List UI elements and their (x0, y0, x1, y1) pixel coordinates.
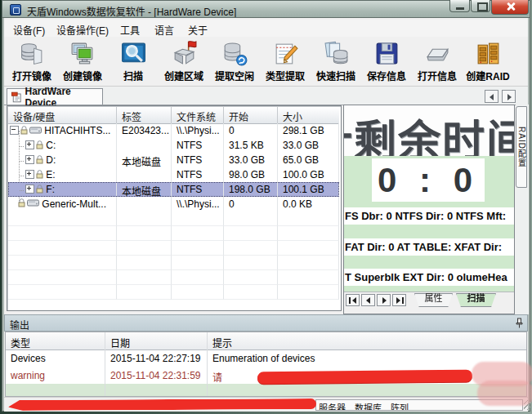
toolbar-extract-free[interactable]: 提取空闲 (209, 37, 260, 86)
toolbar: 打开镜像 创建镜像 扫描 (4, 37, 528, 87)
tab-scan[interactable]: 扫描 (456, 293, 496, 307)
device-row-generic[interactable]: Generic-Mult... \\.\Physi... 0 0.0 KB (8, 197, 339, 211)
empty-row (8, 226, 339, 241)
open-image-icon (19, 40, 46, 67)
create-raid-icon (475, 40, 502, 67)
output-row-devices[interactable]: Devices 2015-11-04 22:27:19 Enumeration … (6, 349, 526, 367)
scan-panel: 计剩余时间 0 : 0 FS Dbr: 0 NTFS Dir: 0 NTFS M… (343, 105, 515, 314)
col-device[interactable]: 设备/硬盘 (8, 107, 117, 123)
toolbar-scan[interactable]: 扫描 (108, 37, 159, 86)
tab-hardware-device[interactable]: HardWare Device (7, 88, 103, 105)
minimize-button[interactable] (449, 0, 470, 12)
remaining-time-title: 计剩余时间 (344, 107, 514, 156)
empty-row (8, 256, 339, 270)
empty-row (8, 241, 339, 256)
menu-device-op[interactable]: 设备操作(E) (53, 22, 112, 38)
scan-icon (120, 40, 147, 67)
menu-tools[interactable]: 工具 (117, 22, 143, 38)
desktop: 天盾Windows数据恢复软件 - [HardWare Device] 设备(F… (0, 0, 532, 414)
col-start[interactable]: 开始 (224, 107, 278, 123)
output-row-empty (6, 384, 526, 396)
col-size[interactable]: 大小 (278, 107, 339, 123)
refresh-icon (525, 40, 529, 67)
tab-scroll-right-button[interactable] (502, 90, 516, 103)
toolbar-quick-scan[interactable]: 快速扫描 (311, 37, 361, 86)
device-row-e[interactable]: E: NTFS 98.0 GB 100.0 GB (8, 167, 339, 182)
device-row-f-selected[interactable]: F: 本地磁盘 NTFS 198.0 GB 100.1 GB (8, 182, 339, 197)
output-title: 输出 (10, 318, 29, 332)
scan-stat-fat: FAT Dir: 0 AT TABLE: XFAT Dir: (344, 238, 514, 256)
disk-icon (27, 199, 39, 207)
menu-about[interactable]: 关于 (185, 22, 211, 38)
maximize-icon (477, 2, 488, 11)
remaining-time-banner: 计剩余时间 (344, 105, 514, 156)
expand-icon[interactable] (25, 170, 34, 179)
lock-icon (18, 198, 25, 207)
col-message[interactable]: 提示 (208, 332, 526, 349)
close-icon (506, 2, 516, 11)
redaction-pink-blob (477, 381, 532, 406)
device-row-d[interactable]: D: 本地磁盘 NTFS 33.0 GB 65.0 GB (8, 153, 339, 167)
pin-icon[interactable] (515, 318, 524, 329)
menu-bar: 设备(F) 设备操作(E) 工具 语言 关于 (4, 20, 528, 38)
scan-stat-ntfs: FS Dbr: 0 NTFS Dir: 0 NTFS Mft: (344, 207, 514, 225)
lock-icon (36, 185, 43, 194)
lock-icon (36, 170, 43, 179)
document-icon (11, 91, 22, 103)
empty-row (8, 211, 339, 226)
nav-last-button[interactable] (392, 294, 406, 306)
minimize-icon (456, 7, 464, 10)
col-label[interactable]: 标签 (117, 107, 172, 123)
raid-side-strip: RAID配置 (516, 105, 529, 314)
menu-language[interactable]: 语言 (151, 22, 177, 38)
col-filesystem[interactable]: 文件系统 (172, 107, 224, 123)
toolbar-type-extract[interactable]: 类型提取 (260, 37, 311, 86)
document-tab-bar: HardWare Device (4, 87, 528, 105)
toolbar-create-image[interactable]: 创建镜像 (57, 37, 108, 86)
empty-row (8, 270, 339, 285)
expand-icon[interactable] (25, 140, 34, 149)
toolbar-create-raid[interactable]: 创建RAID (463, 37, 513, 86)
extract-free-icon (221, 40, 248, 67)
menu-device[interactable]: 设备(F) (10, 22, 48, 38)
device-row-hitachi[interactable]: HITACHIHTS... E203423... \\.\Physi... 0 … (8, 123, 339, 138)
collapse-icon[interactable] (10, 126, 19, 135)
type-extract-icon (272, 40, 299, 67)
empty-row (8, 285, 339, 300)
open-info-icon (424, 40, 451, 67)
toolbar-save-info[interactable]: 保存信息 (361, 37, 412, 86)
close-button[interactable] (491, 0, 529, 15)
device-row-c[interactable]: C: NTFS 31.5 KB 33.0 GB (8, 138, 339, 153)
col-type[interactable]: 类型 (6, 332, 105, 349)
remaining-time-display: 0 : 0 (372, 158, 485, 202)
nav-prev-button[interactable] (361, 294, 375, 306)
col-date[interactable]: 日期 (105, 332, 208, 349)
toolbar-create-region[interactable]: 创建区域 (159, 37, 209, 86)
create-image-icon (69, 40, 96, 67)
lock-icon (36, 155, 43, 164)
device-table: 设备/硬盘 标签 文件系统 开始 大小 HITACHIHTS... E20342… (7, 105, 342, 311)
tab-scroll-left-button[interactable] (485, 90, 498, 103)
output-table: 类型 日期 提示 Devices 2015-11-04 22:27:19 Enu… (5, 332, 527, 397)
output-caption-bar: 输出 (4, 314, 528, 332)
toolbar-refresh[interactable] (513, 37, 528, 86)
lock-icon (36, 140, 43, 149)
tab-properties[interactable]: 属性 (414, 293, 453, 307)
nav-next-button[interactable] (377, 294, 391, 306)
redaction-scribble-status (8, 398, 316, 411)
device-table-header: 设备/硬盘 标签 文件系统 开始 大小 (8, 107, 339, 124)
save-info-icon (373, 40, 400, 67)
toolbar-open-image[interactable]: 打开镜像 (7, 37, 57, 86)
expand-icon[interactable] (25, 155, 34, 164)
arrow-right-icon (507, 94, 512, 100)
lock-icon (20, 126, 28, 135)
scan-nav-row: 属性 扫描 (344, 292, 514, 314)
toolbar-open-info[interactable]: 打开信息 (412, 37, 463, 86)
maximize-button[interactable] (471, 0, 490, 12)
tab-raid-config[interactable]: RAID配置 (516, 106, 527, 188)
app-icon (10, 4, 21, 16)
window-title: 天盾Windows数据恢复软件 - [HardWare Device] (27, 4, 236, 18)
redaction-scribble-warning (257, 370, 472, 385)
nav-first-button[interactable] (346, 294, 360, 306)
expand-icon[interactable] (25, 185, 34, 194)
